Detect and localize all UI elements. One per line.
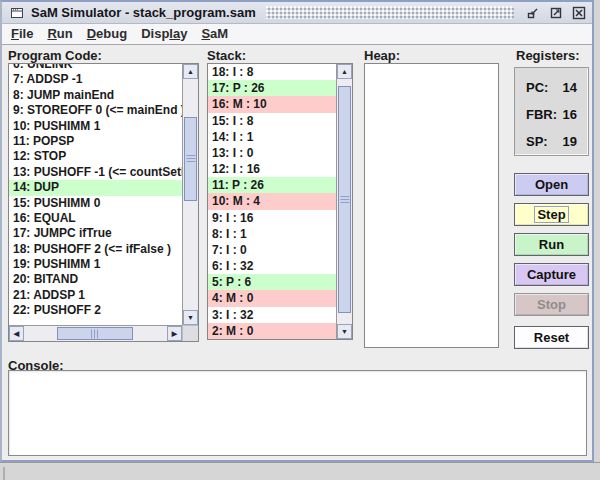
menu-debug[interactable]: Debug — [82, 24, 136, 44]
scroll-left-icon[interactable]: ◀ — [9, 326, 24, 341]
titlebar[interactable]: SaM Simulator - stack_program.sam — [2, 2, 592, 24]
titlebar-texture — [266, 6, 514, 19]
stack-row: 2: M : 0 — [208, 323, 336, 339]
menu-file[interactable]: File — [6, 24, 42, 44]
window-title: SaM Simulator - stack_program.sam — [31, 5, 256, 20]
stack-row: 5: P : 6 — [208, 274, 336, 290]
stack-row: 9: I : 16 — [208, 210, 336, 226]
menu-sam[interactable]: SaM — [196, 24, 237, 44]
menu-display[interactable]: Display — [136, 24, 196, 44]
stack-row: 11: P : 26 — [208, 177, 336, 193]
program-hscroll-thumb[interactable] — [57, 327, 133, 340]
program-row[interactable]: 15: PUSHIMM 0 — [9, 196, 182, 211]
stack-row: 3: I : 32 — [208, 307, 336, 323]
stack-row: 7: I : 0 — [208, 242, 336, 258]
app-window: SaM Simulator - stack_program.sam — [0, 0, 594, 462]
stack-viewport[interactable]: 18: I : 8 17: P : 26 16: M : 10 15: I : … — [208, 64, 336, 339]
register-value: 14 — [563, 80, 577, 95]
program-row[interactable]: 11: POPSP — [9, 134, 182, 149]
stack-vertical-scrollbar[interactable]: ▲ ▼ — [336, 64, 352, 339]
button-step[interactable]: Step — [514, 203, 589, 226]
register-value: 16 — [563, 107, 577, 122]
close-icon[interactable] — [570, 4, 587, 21]
stack-row: 4: M : 0 — [208, 290, 336, 306]
scroll-down-icon[interactable]: ▼ — [337, 324, 352, 339]
stack-vscroll-thumb[interactable] — [338, 86, 351, 313]
stack-list[interactable]: 18: I : 8 17: P : 26 16: M : 10 15: I : … — [207, 63, 353, 340]
register-name: SP: — [526, 134, 548, 149]
stack-row: 16: M : 10 — [208, 96, 336, 112]
program-vertical-scrollbar[interactable]: ▲ ▼ — [182, 64, 198, 325]
scroll-right-icon[interactable]: ▶ — [167, 326, 182, 341]
program-row[interactable]: 7: ADDSP -1 — [9, 72, 182, 87]
stack-row: 14: I : 1 — [208, 129, 336, 145]
stack-row: 15: I : 8 — [208, 113, 336, 129]
stack-row: 10: M : 4 — [208, 193, 336, 209]
stack-row: 12: I : 16 — [208, 161, 336, 177]
heap-label: Heap: — [364, 48, 400, 63]
register-row: PC:14 — [515, 80, 588, 95]
scroll-down-icon[interactable]: ▼ — [183, 310, 198, 325]
program-row[interactable]: 6: UNLINK — [9, 64, 182, 72]
maximize-icon[interactable] — [547, 4, 564, 21]
program-row[interactable]: 18: PUSHOFF 2 (<= ifFalse ) — [9, 242, 182, 257]
console-output[interactable] — [8, 370, 587, 456]
program-row[interactable]: 14: DUP — [9, 180, 182, 195]
heap-list[interactable] — [364, 63, 499, 348]
stack-row: 13: I : 0 — [208, 145, 336, 161]
program-row[interactable]: 16: EQUAL — [9, 211, 182, 226]
minimize-icon[interactable] — [524, 4, 541, 21]
scroll-up-icon[interactable]: ▲ — [183, 64, 198, 79]
program-code-label: Program Code: — [8, 48, 102, 63]
desktop-background — [0, 462, 600, 480]
register-value: 19 — [563, 134, 577, 149]
program-row[interactable]: 20: BITAND — [9, 272, 182, 287]
program-row[interactable]: 19: PUSHIMM 1 — [9, 257, 182, 272]
stack-label: Stack: — [207, 48, 246, 63]
register-row: FBR:16 — [515, 107, 588, 122]
stack-row: 17: P : 26 — [208, 80, 336, 96]
program-row[interactable]: 12: STOP — [9, 149, 182, 164]
app-icon — [8, 4, 25, 21]
program-vscroll-thumb[interactable] — [184, 117, 197, 201]
main-content: Program Code: Stack: Heap: Registers: 6:… — [2, 45, 592, 460]
registers-box: PC:14 FBR:16 SP:19 — [514, 67, 589, 156]
scroll-up-icon[interactable]: ▲ — [337, 64, 352, 79]
program-row[interactable]: 17: JUMPC ifTrue — [9, 226, 182, 241]
program-row[interactable]: 22: PUSHOFF 2 — [9, 303, 182, 318]
register-name: PC: — [526, 80, 548, 95]
program-row[interactable]: 21: ADDSP 1 — [9, 288, 182, 303]
button-stop: Stop — [514, 293, 589, 316]
stack-row: 6: I : 32 — [208, 258, 336, 274]
button-capture[interactable]: Capture — [514, 263, 589, 286]
register-name: FBR: — [526, 107, 557, 122]
button-open[interactable]: Open — [514, 173, 589, 196]
program-code-viewport[interactable]: 6: UNLINK 7: ADDSP -1 8: JUMP mainEnd 9:… — [9, 64, 182, 325]
program-row[interactable]: 13: PUSHOFF -1 (<= countSetBits ) — [9, 165, 182, 180]
stack-row: 18: I : 8 — [208, 64, 336, 80]
program-row[interactable]: 8: JUMP mainEnd — [9, 88, 182, 103]
register-row: SP:19 — [515, 134, 588, 149]
button-run[interactable]: Run — [514, 233, 589, 256]
program-code-list[interactable]: 6: UNLINK 7: ADDSP -1 8: JUMP mainEnd 9:… — [8, 63, 199, 342]
menu-run[interactable]: Run — [42, 24, 81, 44]
stack-row: 8: I : 1 — [208, 226, 336, 242]
registers-label: Registers: — [516, 48, 580, 63]
heap-viewport[interactable] — [365, 64, 498, 347]
program-horizontal-scrollbar[interactable]: ◀ ▶ — [9, 325, 182, 341]
scrollbar-corner — [182, 325, 198, 341]
menubar: File Run Debug Display SaM — [2, 24, 592, 45]
button-reset[interactable]: Reset — [514, 326, 589, 349]
program-row[interactable]: 9: STOREOFF 0 (<= mainEnd ) — [9, 103, 182, 118]
program-row[interactable]: 10: PUSHIMM 1 — [9, 119, 182, 134]
control-buttons: Open Step Run Capture Stop Reset — [514, 173, 589, 349]
